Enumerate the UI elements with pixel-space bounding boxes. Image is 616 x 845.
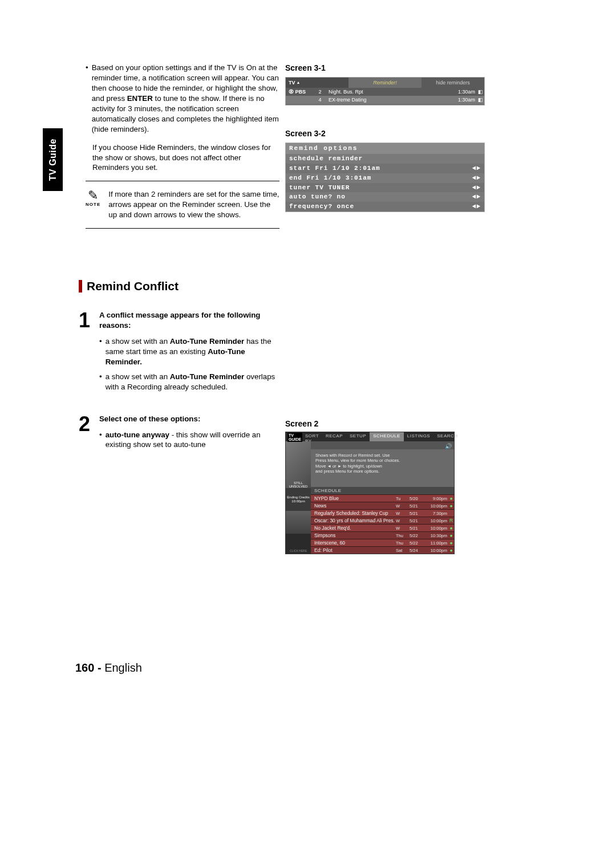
schedule-row[interactable]: NewsW5/2110:00pm● <box>311 502 454 509</box>
remind-conflict-section: Remind Conflict 1 A conflict message app… <box>79 279 278 472</box>
reminder-row[interactable]: 4 EX-treme Dating 1:30am ◧ <box>286 96 484 104</box>
step-body: Select one of these options: • auto-tune… <box>99 414 278 455</box>
row-title: NYPD Blue <box>311 495 396 501</box>
arrow-icon: ◄► <box>472 202 481 211</box>
screen-3-2: Remind options schedule reminder start F… <box>285 143 485 212</box>
promo-tile-2: Ending Credits 10:00pm <box>286 488 311 511</box>
page-number-value: 160 - <box>75 661 102 674</box>
section-title-text: Remind Conflict <box>87 279 179 293</box>
row-indicator-icon: R <box>448 518 454 523</box>
option-row[interactable]: auto tune? no◄► <box>286 192 484 202</box>
option-row[interactable]: end Fri 1/10 3:01am◄► <box>286 173 484 183</box>
note-icon: ✎ <box>86 189 100 202</box>
row-indicator-icon: ● <box>448 540 454 546</box>
info-line: Shows with Record or Remind set. Use <box>315 453 449 458</box>
reminder-row[interactable]: ⦿ PBS 2 Night. Bus. Rpt 1:30am ◧ <box>286 88 484 96</box>
option-label: tuner TV TUNER <box>289 184 350 192</box>
schedule-body: STILL UNSOLVED Ending Credits 10:00pm CL… <box>286 441 454 554</box>
row-indicator-icon: ● <box>448 547 454 553</box>
hide-reminders-button[interactable]: hide reminders <box>422 78 484 88</box>
channel-number: 4 <box>314 96 326 103</box>
row-time: 10:00pm <box>424 548 448 553</box>
reminder-title: Reminder! <box>348 78 422 88</box>
row-day: Thu <box>396 541 410 546</box>
section-title: Remind Conflict <box>79 279 278 293</box>
schedule-category: SCHEDULE <box>311 487 454 494</box>
row-title: Oscar: 30 yrs of Muhammad Ali Pres. <box>311 518 396 523</box>
tab-search[interactable]: SEARCH <box>433 432 461 441</box>
promo-text: Ending Credits <box>287 495 309 499</box>
schedule-main: 🔊 Shows with Record or Remind set. Use P… <box>311 441 454 554</box>
schedule-row[interactable]: Interscene, 60Thu5/2211:00pm● <box>311 539 454 546</box>
option-row[interactable]: start Fri 1/10 2:01am◄► <box>286 164 484 173</box>
step-lead: A conflict message appears for the follo… <box>99 310 278 331</box>
indicator-icon: ◧ <box>476 88 484 95</box>
row-indicator-icon: ● <box>448 495 454 501</box>
show-title: EX-treme Dating <box>326 96 444 103</box>
promo-text: STILL UNSOLVED <box>286 481 311 488</box>
schedule-row[interactable]: Ed: PilotSat5/2410:00pm● <box>311 546 454 554</box>
info-line: Move ◄ or ► to highlight, up/down <box>315 464 449 469</box>
tv-guide-logo: TVGUIDE <box>287 433 302 442</box>
row-day: Tu <box>396 496 410 501</box>
option-label: start Fri 1/10 2:01am <box>289 164 380 173</box>
schedule-row[interactable]: No Jacket Req'd.W5/2110:00pm● <box>311 524 454 531</box>
option-label: frequency? once <box>289 202 354 211</box>
text: a show set with an Auto-Tune Reminder ha… <box>106 336 278 367</box>
option-row[interactable]: frequency? once◄► <box>286 202 484 212</box>
row-time: 10:30pm <box>424 533 448 538</box>
option-row[interactable]: tuner TV TUNER◄► <box>286 183 484 193</box>
logo-text: TV <box>289 79 295 86</box>
note-text: If more than 2 reminders are set for the… <box>108 189 279 220</box>
row-time: 11:00pm <box>424 541 448 546</box>
up-arrow-icon: ▲ <box>297 80 301 85</box>
info-line: and press Menu for more options. <box>315 469 449 474</box>
schedule-info: Shows with Record or Remind set. Use Pre… <box>311 449 454 487</box>
keyword-enter: ENTER <box>127 94 153 103</box>
row-title: Simpsons <box>311 533 396 538</box>
step-1: 1 A conflict message appears for the fol… <box>79 310 278 397</box>
option-row[interactable]: schedule reminder <box>286 154 484 164</box>
page-number-language: English <box>104 661 142 674</box>
tab-schedule[interactable]: SCHEDULE <box>370 432 404 441</box>
arrow-icon: ◄► <box>472 193 481 201</box>
tab-setup[interactable]: SETUP <box>346 432 370 441</box>
promo-text: 10:00pm <box>291 499 305 503</box>
text: a show set with an <box>106 372 170 381</box>
bullet-item: • a show set with an Auto-Tune Reminder … <box>99 372 278 392</box>
screen-label: Screen 3-2 <box>285 128 485 139</box>
schedule-row[interactable]: Regularly Scheduled: Stanley CupW5/217:3… <box>311 509 454 517</box>
row-indicator-icon: ● <box>448 533 454 538</box>
row-date: 5/24 <box>410 548 424 553</box>
keyword: Auto-Tune Reminder <box>170 372 245 381</box>
screen-label: Screen 3-1 <box>285 63 485 74</box>
text: auto-tune anyway - this show will overri… <box>106 430 278 450</box>
note-icon-col: ✎ NOTE <box>86 189 100 208</box>
divider <box>86 228 279 229</box>
screen-label: Screen 2 <box>285 419 485 428</box>
step-number: 2 <box>79 414 94 455</box>
row-day: W <box>396 526 410 531</box>
manual-page: TV Guide • Based on your option settings… <box>0 0 616 845</box>
row-time: 10:00pm <box>424 526 448 531</box>
bullet-dot: • <box>99 336 102 367</box>
row-time: 9:00pm <box>424 496 448 501</box>
tab-sortby[interactable]: SORT BY <box>302 432 322 441</box>
tab-recap[interactable]: RECAP <box>322 432 346 441</box>
note-block: ✎ NOTE If more than 2 reminders are set … <box>86 189 279 220</box>
step-number: 1 <box>79 310 94 397</box>
row-time: 7:30pm <box>424 511 448 516</box>
arrow-icon: ◄► <box>472 174 481 182</box>
schedule-row[interactable]: Oscar: 30 yrs of Muhammad Ali Pres.W5/21… <box>311 517 454 524</box>
row-day: W <box>396 511 410 516</box>
tab-listings[interactable]: LISTINGS <box>404 432 433 441</box>
row-date: 5/21 <box>410 511 424 516</box>
sub-bullets: • auto-tune anyway - this show will over… <box>99 430 278 450</box>
schedule-row[interactable]: SimpsonsThu5/2210:30pm● <box>311 531 454 539</box>
schedule-row[interactable]: NYPD BlueTu5/209:00pm● <box>311 494 454 502</box>
row-date: 5/21 <box>410 518 424 523</box>
show-title: Night. Bus. Rpt <box>326 88 444 95</box>
tv-guide-logo: TV ▲ <box>286 78 348 88</box>
arrow-icon: ◄► <box>472 184 481 192</box>
down-arrow-icon <box>286 104 484 105</box>
